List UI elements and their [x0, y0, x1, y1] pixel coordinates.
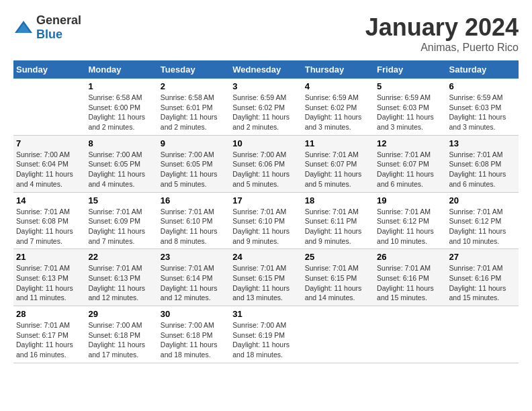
calendar-week-row: 7Sunrise: 7:00 AMSunset: 6:04 PMDaylight…	[13, 135, 519, 192]
day-number: 10	[232, 138, 299, 148]
day-number: 25	[305, 252, 371, 262]
calendar-cell: 22Sunrise: 7:01 AMSunset: 6:13 PMDayligh…	[85, 249, 157, 306]
calendar-cell: 8Sunrise: 7:00 AMSunset: 6:05 PMDaylight…	[85, 135, 157, 192]
calendar-cell: 6Sunrise: 6:59 AMSunset: 6:03 PMDaylight…	[447, 79, 519, 135]
calendar-cell: 31Sunrise: 7:00 AMSunset: 6:19 PMDayligh…	[230, 306, 302, 363]
day-info: Sunrise: 7:01 AMSunset: 6:12 PMDaylight:…	[377, 207, 443, 246]
logo: General Blue	[13, 13, 81, 42]
calendar-cell	[302, 306, 374, 363]
day-number: 3	[232, 81, 299, 91]
calendar-cell: 2Sunrise: 6:58 AMSunset: 6:01 PMDaylight…	[158, 79, 230, 135]
day-info: Sunrise: 7:00 AMSunset: 6:06 PMDaylight:…	[232, 150, 299, 189]
day-info: Sunrise: 7:00 AMSunset: 6:05 PMDaylight:…	[161, 150, 227, 189]
day-info: Sunrise: 6:58 AMSunset: 6:01 PMDaylight:…	[161, 93, 227, 132]
calendar-cell: 19Sunrise: 7:01 AMSunset: 6:12 PMDayligh…	[374, 192, 446, 249]
location-title: Animas, Puerto Rico	[365, 42, 519, 54]
day-info: Sunrise: 7:01 AMSunset: 6:10 PMDaylight:…	[232, 207, 299, 246]
day-info: Sunrise: 6:58 AMSunset: 6:00 PMDaylight:…	[88, 93, 154, 132]
day-number: 21	[16, 252, 83, 262]
day-number: 30	[161, 309, 227, 319]
weekday-header: Friday	[374, 60, 446, 79]
day-info: Sunrise: 7:01 AMSunset: 6:08 PMDaylight:…	[16, 207, 83, 246]
calendar-cell: 5Sunrise: 6:59 AMSunset: 6:03 PMDaylight…	[374, 79, 446, 135]
day-number: 18	[305, 195, 371, 205]
day-info: Sunrise: 6:59 AMSunset: 6:02 PMDaylight:…	[232, 93, 299, 132]
day-info: Sunrise: 7:01 AMSunset: 6:15 PMDaylight:…	[305, 263, 371, 303]
day-number: 28	[16, 309, 83, 319]
calendar-week-row: 28Sunrise: 7:01 AMSunset: 6:17 PMDayligh…	[13, 306, 519, 363]
page-header: General Blue January 2024 Animas, Puerto…	[13, 13, 519, 54]
weekday-header: Tuesday	[158, 60, 230, 79]
day-info: Sunrise: 7:00 AMSunset: 6:19 PMDaylight:…	[232, 320, 299, 360]
calendar-cell: 23Sunrise: 7:01 AMSunset: 6:14 PMDayligh…	[158, 249, 230, 306]
calendar-cell: 4Sunrise: 6:59 AMSunset: 6:02 PMDaylight…	[302, 79, 374, 135]
day-number: 6	[449, 81, 516, 91]
calendar-cell: 14Sunrise: 7:01 AMSunset: 6:08 PMDayligh…	[13, 192, 85, 249]
day-info: Sunrise: 7:00 AMSunset: 6:18 PMDaylight:…	[161, 320, 227, 360]
day-info: Sunrise: 7:00 AMSunset: 6:04 PMDaylight:…	[16, 150, 83, 189]
day-number: 27	[449, 252, 516, 262]
calendar-cell: 12Sunrise: 7:01 AMSunset: 6:07 PMDayligh…	[374, 135, 446, 192]
day-number: 2	[161, 81, 227, 91]
day-number: 22	[88, 252, 154, 262]
day-number: 29	[88, 309, 154, 319]
day-number: 4	[305, 81, 371, 91]
logo-icon	[13, 19, 34, 36]
weekday-header: Sunday	[13, 60, 85, 79]
calendar-cell: 15Sunrise: 7:01 AMSunset: 6:09 PMDayligh…	[85, 192, 157, 249]
day-number: 23	[161, 252, 227, 262]
calendar-cell: 17Sunrise: 7:01 AMSunset: 6:10 PMDayligh…	[230, 192, 302, 249]
day-info: Sunrise: 6:59 AMSunset: 6:02 PMDaylight:…	[305, 93, 371, 132]
day-info: Sunrise: 6:59 AMSunset: 6:03 PMDaylight:…	[377, 93, 443, 132]
calendar-cell: 21Sunrise: 7:01 AMSunset: 6:13 PMDayligh…	[13, 249, 85, 306]
day-info: Sunrise: 7:01 AMSunset: 6:12 PMDaylight:…	[449, 207, 516, 246]
calendar-cell: 10Sunrise: 7:00 AMSunset: 6:06 PMDayligh…	[230, 135, 302, 192]
calendar-table: SundayMondayTuesdayWednesdayThursdayFrid…	[13, 60, 519, 363]
weekday-header-row: SundayMondayTuesdayWednesdayThursdayFrid…	[13, 60, 519, 79]
calendar-cell: 25Sunrise: 7:01 AMSunset: 6:15 PMDayligh…	[302, 249, 374, 306]
day-info: Sunrise: 7:01 AMSunset: 6:08 PMDaylight:…	[449, 150, 516, 189]
day-info: Sunrise: 7:01 AMSunset: 6:16 PMDaylight:…	[377, 263, 443, 303]
day-info: Sunrise: 7:00 AMSunset: 6:18 PMDaylight:…	[88, 320, 154, 360]
calendar-cell: 28Sunrise: 7:01 AMSunset: 6:17 PMDayligh…	[13, 306, 85, 363]
calendar-cell	[374, 306, 446, 363]
day-info: Sunrise: 7:01 AMSunset: 6:16 PMDaylight:…	[449, 263, 516, 303]
day-number: 16	[161, 195, 227, 205]
day-number: 14	[16, 195, 83, 205]
day-number: 8	[88, 138, 154, 148]
calendar-week-row: 14Sunrise: 7:01 AMSunset: 6:08 PMDayligh…	[13, 192, 519, 249]
day-number: 11	[305, 138, 371, 148]
calendar-cell	[447, 306, 519, 363]
calendar-cell: 24Sunrise: 7:01 AMSunset: 6:15 PMDayligh…	[230, 249, 302, 306]
day-info: Sunrise: 7:01 AMSunset: 6:11 PMDaylight:…	[305, 207, 371, 246]
calendar-cell: 18Sunrise: 7:01 AMSunset: 6:11 PMDayligh…	[302, 192, 374, 249]
weekday-header: Wednesday	[230, 60, 302, 79]
calendar-week-row: 1Sunrise: 6:58 AMSunset: 6:00 PMDaylight…	[13, 79, 519, 135]
day-number: 9	[161, 138, 227, 148]
day-info: Sunrise: 7:01 AMSunset: 6:10 PMDaylight:…	[161, 207, 227, 246]
weekday-header: Thursday	[302, 60, 374, 79]
calendar-cell: 13Sunrise: 7:01 AMSunset: 6:08 PMDayligh…	[447, 135, 519, 192]
day-info: Sunrise: 7:01 AMSunset: 6:07 PMDaylight:…	[305, 150, 371, 189]
day-number: 13	[449, 138, 516, 148]
calendar-cell: 20Sunrise: 7:01 AMSunset: 6:12 PMDayligh…	[447, 192, 519, 249]
day-info: Sunrise: 7:01 AMSunset: 6:17 PMDaylight:…	[16, 320, 83, 360]
logo-general: General	[36, 13, 81, 27]
calendar-cell: 9Sunrise: 7:00 AMSunset: 6:05 PMDaylight…	[158, 135, 230, 192]
calendar-cell: 3Sunrise: 6:59 AMSunset: 6:02 PMDaylight…	[230, 79, 302, 135]
calendar-cell: 7Sunrise: 7:00 AMSunset: 6:04 PMDaylight…	[13, 135, 85, 192]
calendar-cell: 29Sunrise: 7:00 AMSunset: 6:18 PMDayligh…	[85, 306, 157, 363]
day-number: 12	[377, 138, 443, 148]
day-number: 24	[232, 252, 299, 262]
calendar-cell: 1Sunrise: 6:58 AMSunset: 6:00 PMDaylight…	[85, 79, 157, 135]
day-info: Sunrise: 7:01 AMSunset: 6:13 PMDaylight:…	[88, 263, 154, 303]
day-number: 15	[88, 195, 154, 205]
day-number: 17	[232, 195, 299, 205]
day-number: 1	[88, 81, 154, 91]
calendar-cell: 16Sunrise: 7:01 AMSunset: 6:10 PMDayligh…	[158, 192, 230, 249]
logo-blue: Blue	[36, 28, 62, 41]
day-info: Sunrise: 7:01 AMSunset: 6:09 PMDaylight:…	[88, 207, 154, 246]
day-number: 31	[232, 309, 299, 319]
weekday-header: Monday	[85, 60, 157, 79]
day-info: Sunrise: 7:01 AMSunset: 6:14 PMDaylight:…	[161, 263, 227, 303]
